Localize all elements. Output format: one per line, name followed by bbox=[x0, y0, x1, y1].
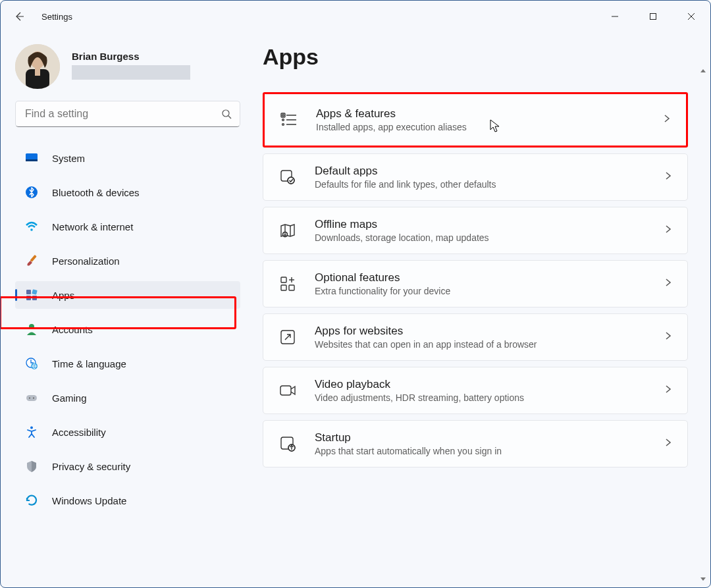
system-icon bbox=[24, 151, 39, 165]
card-apps-features[interactable]: Apps & features Installed apps, app exec… bbox=[263, 92, 688, 147]
nav-item-apps[interactable]: Apps bbox=[15, 281, 240, 309]
apps-icon bbox=[24, 288, 39, 302]
card-title: Video playback bbox=[315, 378, 664, 391]
nav-item-network[interactable]: Network & internet bbox=[15, 213, 240, 240]
accessibility-icon bbox=[24, 425, 39, 439]
maximize-icon bbox=[649, 13, 657, 20]
svg-point-28 bbox=[282, 124, 284, 126]
bluetooth-icon bbox=[24, 185, 39, 200]
card-video-playback[interactable]: Video playback Video adjustments, HDR st… bbox=[263, 367, 688, 414]
card-title: Optional features bbox=[315, 271, 664, 284]
svg-point-13 bbox=[30, 228, 33, 231]
grid-add-icon bbox=[278, 274, 298, 294]
chevron-right-icon bbox=[664, 438, 673, 450]
card-subtitle: Websites that can open in an app instead… bbox=[315, 339, 664, 350]
nav-label: Accessibility bbox=[52, 427, 106, 438]
profile-block[interactable]: Brian Burgess bbox=[15, 44, 240, 89]
svg-rect-22 bbox=[26, 395, 37, 401]
chevron-right-icon bbox=[664, 331, 673, 343]
card-startup[interactable]: Startup Apps that start automatically wh… bbox=[263, 420, 688, 468]
nav-item-system[interactable]: System bbox=[15, 144, 240, 172]
nav-label: Gaming bbox=[52, 392, 87, 404]
sidebar: Brian Burgess System Bluetooth & devices bbox=[1, 32, 251, 587]
search-input[interactable] bbox=[24, 107, 221, 120]
startup-icon bbox=[278, 434, 298, 454]
card-title: Startup bbox=[315, 431, 664, 444]
svg-point-24 bbox=[33, 398, 34, 399]
card-title: Apps for websites bbox=[315, 325, 664, 338]
nav-item-accounts[interactable]: Accounts bbox=[15, 315, 240, 343]
svg-rect-40 bbox=[289, 285, 294, 290]
chevron-right-icon bbox=[662, 114, 672, 126]
svg-rect-39 bbox=[281, 285, 286, 290]
window-title: Settings bbox=[41, 12, 72, 22]
profile-name: Brian Burgess bbox=[72, 51, 190, 63]
nav-label: Apps bbox=[52, 290, 74, 301]
svg-point-23 bbox=[29, 398, 30, 399]
nav-label: Windows Update bbox=[52, 495, 126, 506]
nav-item-bluetooth[interactable]: Bluetooth & devices bbox=[15, 178, 240, 206]
nav-item-personalization[interactable]: Personalization bbox=[15, 247, 240, 275]
shield-icon bbox=[24, 459, 39, 473]
globe-clock-icon bbox=[24, 356, 39, 371]
nav-item-accessibility[interactable]: Accessibility bbox=[15, 418, 240, 446]
nav-label: System bbox=[52, 153, 85, 164]
nav-item-privacy[interactable]: Privacy & security bbox=[15, 452, 240, 480]
video-icon bbox=[278, 381, 298, 400]
card-offline-maps[interactable]: Offline maps Downloads, storage location… bbox=[263, 207, 688, 254]
avatar bbox=[15, 44, 60, 89]
person-icon bbox=[24, 322, 39, 336]
card-subtitle: Defaults for file and link types, other … bbox=[315, 179, 664, 190]
profile-email-redacted bbox=[72, 65, 190, 80]
chevron-right-icon bbox=[664, 171, 673, 183]
svg-rect-11 bbox=[26, 159, 38, 161]
search-box[interactable] bbox=[15, 101, 240, 127]
nav-label: Time & language bbox=[52, 358, 126, 369]
nav-label: Privacy & security bbox=[52, 461, 130, 472]
card-subtitle: Downloads, storage location, map updates bbox=[315, 232, 664, 243]
svg-rect-14 bbox=[30, 255, 37, 262]
minimize-button[interactable] bbox=[596, 3, 634, 30]
open-link-icon bbox=[278, 327, 298, 347]
minimize-icon bbox=[611, 13, 619, 20]
nav-item-time-language[interactable]: Time & language bbox=[15, 350, 240, 377]
titlebar: Settings bbox=[1, 1, 710, 32]
svg-point-19 bbox=[29, 324, 34, 329]
svg-point-8 bbox=[223, 110, 229, 117]
card-title: Default apps bbox=[315, 165, 664, 178]
svg-point-26 bbox=[282, 115, 284, 117]
chevron-right-icon bbox=[664, 278, 673, 290]
page-title: Apps bbox=[263, 44, 688, 70]
list-bullets-icon bbox=[279, 110, 299, 130]
svg-rect-17 bbox=[26, 296, 31, 300]
svg-rect-32 bbox=[281, 113, 285, 117]
close-button[interactable] bbox=[672, 3, 710, 30]
close-icon bbox=[687, 13, 695, 20]
main-content: Apps Apps & features Installed apps, app… bbox=[251, 32, 710, 587]
paintbrush-icon bbox=[24, 254, 39, 268]
card-subtitle: Apps that start automatically when you s… bbox=[315, 446, 664, 456]
card-apps-for-websites[interactable]: Apps for websites Websites that can open… bbox=[263, 313, 688, 361]
back-button[interactable] bbox=[6, 3, 32, 30]
nav-item-gaming[interactable]: Gaming bbox=[15, 384, 240, 412]
card-title: Apps & features bbox=[316, 107, 662, 120]
svg-rect-16 bbox=[32, 289, 38, 295]
default-apps-icon bbox=[278, 167, 298, 187]
svg-rect-1 bbox=[650, 14, 656, 20]
svg-rect-7 bbox=[35, 68, 40, 76]
scrollbar-up-arrow[interactable] bbox=[698, 67, 708, 76]
chevron-right-icon bbox=[664, 225, 673, 236]
card-optional-features[interactable]: Optional features Extra functionality fo… bbox=[263, 260, 688, 307]
nav-label: Accounts bbox=[52, 324, 93, 335]
maximize-button[interactable] bbox=[634, 3, 672, 30]
card-title: Offline maps bbox=[315, 218, 664, 231]
svg-point-25 bbox=[30, 427, 33, 429]
scrollbar-down-arrow[interactable] bbox=[698, 574, 708, 583]
nav-item-windows-update[interactable]: Windows Update bbox=[15, 487, 240, 514]
wifi-icon bbox=[24, 219, 39, 234]
nav-list: System Bluetooth & devices Network & int… bbox=[15, 144, 240, 514]
nav-label: Network & internet bbox=[52, 221, 133, 232]
back-arrow-icon bbox=[14, 11, 24, 22]
svg-rect-15 bbox=[26, 290, 31, 294]
card-default-apps[interactable]: Default apps Defaults for file and link … bbox=[263, 153, 688, 201]
